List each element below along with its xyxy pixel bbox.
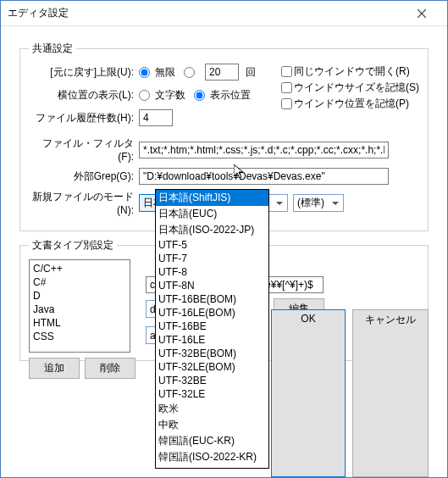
encoding-option[interactable]: UTF-16BE xyxy=(156,320,268,333)
encoding-option[interactable]: 日本語(ShiftJIS) xyxy=(156,190,268,206)
close-icon xyxy=(418,9,426,18)
history-label: ファイル履歴件数(H): xyxy=(29,111,139,125)
encoding-option[interactable]: 韓国語(ISO-2022-KR) xyxy=(156,449,268,465)
hpos-label: 横位置の表示(L): xyxy=(29,88,139,103)
grep-label: 外部Grep(G): xyxy=(29,170,139,184)
new-mode-label: 新規ファイルのモード(N): xyxy=(29,190,139,216)
encoding-option[interactable]: UTF-16LE(BOM) xyxy=(156,306,268,320)
add-button[interactable]: 追加 xyxy=(29,358,80,379)
encoding-option[interactable]: UTF-16LE xyxy=(156,333,268,347)
common-settings-legend: 共通設定 xyxy=(29,42,76,56)
remember-size-check[interactable]: ウインドウサイズを記憶(S) xyxy=(281,81,419,95)
doctype-item[interactable]: C/C++ xyxy=(31,262,128,275)
ok-button[interactable]: OK xyxy=(271,309,346,477)
history-input[interactable] xyxy=(139,109,173,126)
same-window-check[interactable]: 同じウインドウで開く(R) xyxy=(281,64,419,79)
encoding-option[interactable]: UTF-32LE(BOM) xyxy=(156,360,268,374)
encoding-option[interactable]: 日本語(EUC) xyxy=(156,206,268,222)
encoding-option[interactable]: 韓国語(Johab) xyxy=(156,465,268,469)
cancel-button[interactable]: キャンセル xyxy=(352,309,429,477)
doctype-item[interactable]: C# xyxy=(31,275,128,289)
delete-button[interactable]: 削除 xyxy=(85,358,136,379)
doctype-legend: 文書タイプ別設定 xyxy=(29,238,117,253)
undo-infinite-radio[interactable]: 無限 xyxy=(139,65,175,80)
encoding-option[interactable]: UTF-32BE(BOM) xyxy=(156,347,268,360)
titlebar: エディタ設定 xyxy=(1,1,447,26)
encoding-option[interactable]: UTF-8N xyxy=(156,279,268,292)
encoding-option[interactable]: 中欧 xyxy=(156,417,268,433)
grep-input[interactable] xyxy=(139,168,389,185)
encoding-option[interactable]: 韓国語(EUC-KR) xyxy=(156,433,268,449)
close-button[interactable] xyxy=(402,2,440,25)
doctype-listbox[interactable]: C/C++C#DJavaHTMLCSS xyxy=(29,259,130,353)
encoding-option[interactable]: UTF-8 xyxy=(156,265,268,279)
window-title: エディタ設定 xyxy=(8,6,402,20)
dialog-window: エディタ設定 共通設定 [元に戻す]上限(U): 無限 回 横位置の表示(L): xyxy=(0,0,448,478)
doctype-item[interactable]: CSS xyxy=(31,330,128,343)
doctype-item[interactable]: HTML xyxy=(31,316,128,330)
dialog-buttons: OK キャンセル xyxy=(271,309,429,477)
hpos-disp-radio[interactable]: 表示位置 xyxy=(194,88,251,103)
hpos-chars-radio[interactable]: 文字数 xyxy=(139,88,185,103)
remember-pos-check[interactable]: ウインドウ位置を記憶(P) xyxy=(281,97,419,111)
doctype-item[interactable]: Java xyxy=(31,303,128,316)
encoding-option[interactable]: UTF-16BE(BOM) xyxy=(156,292,268,306)
encoding-dropdown-list[interactable]: 日本語(ShiftJIS)日本語(EUC)日本語(ISO-2022-JP)UTF… xyxy=(155,189,269,469)
encoding-option[interactable]: 欧米 xyxy=(156,401,268,417)
standard-combo[interactable]: (標準) xyxy=(293,194,344,212)
doctype-item[interactable]: D xyxy=(31,289,128,303)
encoding-option[interactable]: UTF-7 xyxy=(156,252,268,265)
encoding-option[interactable]: 日本語(ISO-2022-JP) xyxy=(156,222,268,238)
encoding-option[interactable]: UTF-32BE xyxy=(156,374,268,387)
undo-count-input[interactable] xyxy=(205,64,239,81)
file-filter-input[interactable] xyxy=(139,142,389,158)
undo-count-radio[interactable] xyxy=(184,67,196,78)
undo-limit-label: [元に戻す]上限(U): xyxy=(29,65,139,80)
undo-suffix: 回 xyxy=(246,65,256,80)
file-filter-label: ファイル・フィルタ(F): xyxy=(29,136,139,163)
encoding-option[interactable]: UTF-5 xyxy=(156,238,268,252)
encoding-option[interactable]: UTF-32LE xyxy=(156,387,268,401)
